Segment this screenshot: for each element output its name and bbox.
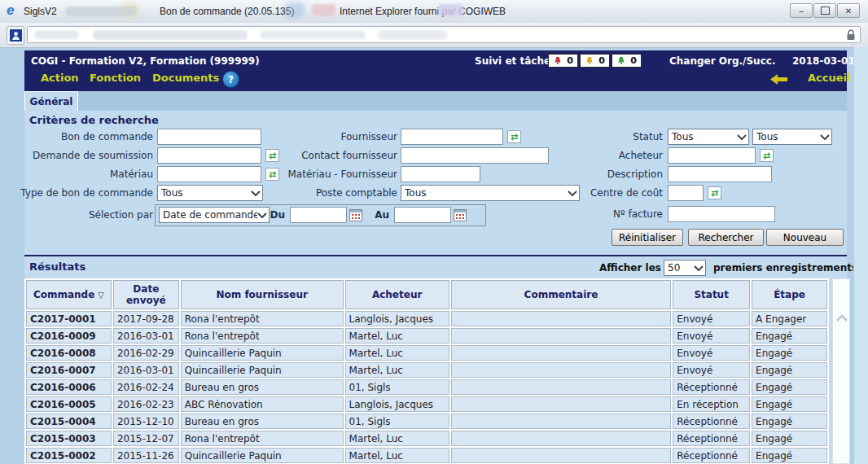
cell-commentaire — [451, 414, 672, 429]
type-bon-select[interactable]: Tous — [157, 185, 263, 201]
bell-green-icon — [616, 55, 626, 66]
contact-fournisseur-input[interactable] — [401, 147, 549, 164]
back-arrow-icon[interactable] — [770, 74, 788, 85]
rechercher-button[interactable]: Rechercher — [688, 229, 764, 246]
badge-count: 0 — [630, 55, 637, 66]
selection-par-select[interactable]: Date de commande — [159, 207, 270, 223]
cell-acheteur: Martel, Luc — [345, 328, 449, 344]
cell-date_envoye: 2015-12-07 — [113, 431, 179, 446]
fournisseur-lookup-icon[interactable]: ⇄ — [507, 130, 521, 143]
cell-commentaire — [451, 328, 672, 344]
cell-commande[interactable]: C2015-0002 — [26, 448, 112, 463]
statut-select-2[interactable]: Tous — [752, 129, 832, 145]
col-etape[interactable]: Étape — [752, 280, 827, 309]
tab-general[interactable]: Général — [24, 91, 78, 111]
col-nom-fournisseur[interactable]: Nom fournisseur — [181, 280, 344, 309]
lock-icon[interactable] — [846, 29, 856, 41]
col-acheteur[interactable]: Acheteur — [345, 280, 449, 309]
no-facture-input[interactable] — [668, 206, 775, 222]
materiau-input[interactable] — [157, 166, 261, 182]
cell-commande[interactable]: C2016-0008 — [26, 345, 112, 361]
au-date-input[interactable] — [394, 207, 451, 223]
cell-commentaire — [451, 362, 672, 378]
col-commentaire[interactable]: Commentaire — [451, 280, 672, 309]
centre-de-cout-input[interactable] — [668, 185, 704, 201]
au-calendar-icon[interactable] — [454, 208, 467, 221]
col-date-envoye[interactable]: Date envoyé — [113, 280, 179, 309]
badge-bell-yellow[interactable]: 0 — [580, 54, 610, 68]
bon-de-commande-input[interactable] — [157, 129, 261, 145]
fournisseur-label: Fournisseur — [293, 131, 397, 142]
description-input[interactable] — [668, 166, 772, 182]
acheteur-lookup-icon[interactable]: ⇄ — [760, 149, 774, 162]
cell-acheteur: Martel, Luc — [345, 431, 449, 446]
cell-acheteur: 01, Sigls — [345, 379, 449, 395]
cell-commande[interactable]: C2016-0007 — [26, 362, 112, 378]
url-field[interactable] — [27, 26, 861, 43]
poste-comptable-select[interactable]: Tous — [401, 185, 580, 201]
site-favicon-icon — [7, 26, 24, 45]
cell-commande[interactable]: C2015-0004 — [26, 414, 112, 429]
cell-commande[interactable]: C2015-0003 — [26, 431, 112, 446]
badge-bell-red[interactable]: 0 — [548, 54, 578, 68]
du-calendar-icon[interactable] — [349, 208, 362, 221]
minimize-button[interactable]: – — [790, 3, 813, 18]
cell-acheteur: Martel, Luc — [345, 448, 449, 463]
table-row: C2016-00092016-03-01Rona l'entrepôtMarte… — [26, 328, 827, 344]
badge-count: 0 — [598, 55, 605, 66]
cell-etape: Engagé — [752, 448, 827, 463]
statut-label: Statut — [570, 131, 663, 142]
help-icon[interactable]: ? — [222, 71, 239, 88]
col-statut[interactable]: Statut — [673, 280, 750, 309]
nouveau-button[interactable]: Nouveau — [766, 229, 844, 246]
cell-commande[interactable]: C2016-0005 — [26, 396, 112, 412]
table-row: C2015-00042015-12-10Bureau en gros01, Si… — [26, 414, 827, 429]
close-button[interactable]: ✕ — [837, 3, 860, 18]
cell-nom_fournisseur: Bureau en gros — [181, 379, 344, 395]
badge-bell-green[interactable]: 0 — [612, 54, 642, 68]
maximize-button[interactable] — [813, 3, 836, 18]
menu-action[interactable]: Action — [41, 72, 79, 84]
menu-documents[interactable]: Documents — [152, 72, 219, 84]
section-divider — [24, 255, 847, 256]
redacted-blob — [438, 4, 464, 16]
accueil-link[interactable]: Accueil — [808, 72, 850, 84]
cell-commentaire — [451, 345, 672, 361]
reinitialiser-button[interactable]: Réinitialiser — [612, 229, 683, 246]
chevron-down-icon — [694, 265, 704, 271]
acheteur-input[interactable] — [668, 147, 756, 164]
cell-nom_fournisseur: Quincaillerie Paquin — [181, 448, 344, 463]
cell-commande[interactable]: C2017-0001 — [26, 311, 112, 326]
display-count-select[interactable]: 50 — [664, 260, 706, 276]
materiau-fournisseur-input[interactable] — [401, 166, 480, 182]
app-title: COGI - Formation V2, Formation (999999) — [31, 55, 260, 67]
centre-de-cout-lookup-icon[interactable]: ⇄ — [708, 186, 721, 199]
menu-fonction[interactable]: Fonction — [90, 72, 141, 84]
cell-commande[interactable]: C2016-0006 — [26, 379, 112, 395]
du-date-input[interactable] — [290, 207, 347, 223]
cell-commentaire — [451, 431, 672, 446]
bon-de-commande-label: Bon de commande — [24, 131, 153, 142]
col-commande[interactable]: Commande▽ — [26, 280, 112, 309]
demande-soumission-lookup-icon[interactable]: ⇄ — [265, 149, 279, 162]
redacted-text — [65, 7, 137, 16]
statut-select-2-value: Tous — [756, 131, 820, 142]
browser-titlebar: e SiglsV2 Bon de commande (20.05.135) In… — [0, 0, 868, 24]
col-label: Commande — [33, 289, 94, 300]
cell-commande[interactable]: C2016-0009 — [26, 328, 112, 344]
redacted-url — [378, 30, 447, 40]
current-date: 2018-03-01 — [792, 55, 855, 67]
redacted-blob — [311, 4, 335, 16]
cell-nom_fournisseur: Bureau en gros — [181, 414, 344, 429]
fournisseur-input[interactable] — [401, 129, 503, 145]
changer-org-succ-link[interactable]: Changer Org./Succ. — [669, 55, 775, 67]
table-scrollbar[interactable] — [832, 278, 850, 464]
demande-soumission-input[interactable] — [157, 147, 261, 164]
statut-select-1-value: Tous — [672, 131, 737, 142]
materiau-lookup-icon[interactable]: ⇄ — [265, 168, 279, 181]
cell-commentaire — [451, 311, 672, 326]
statut-select-1[interactable]: Tous — [668, 129, 749, 145]
page-scrollbar[interactable] — [853, 47, 868, 464]
acheteur-label: Acheteur — [570, 150, 663, 161]
cell-nom_fournisseur: ABC Rénovation — [181, 396, 344, 412]
